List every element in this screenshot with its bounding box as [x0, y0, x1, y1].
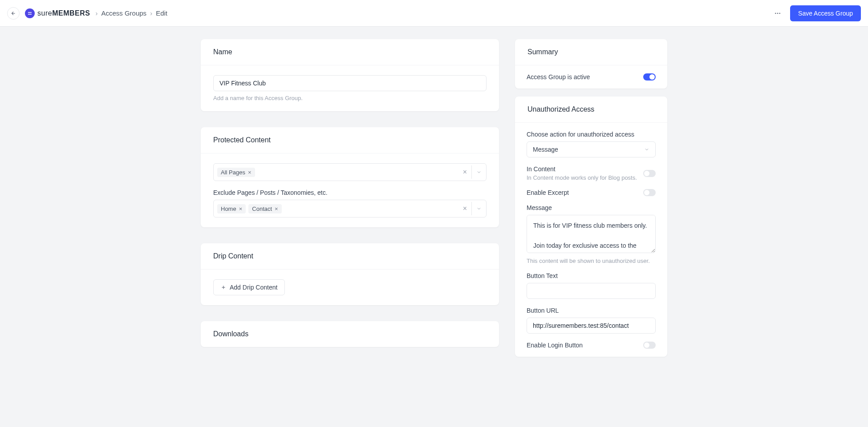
name-input[interactable]	[213, 75, 487, 91]
svg-point-2	[779, 12, 780, 14]
button-text-input[interactable]	[527, 283, 656, 299]
name-helper: Add a name for this Access Group.	[213, 95, 487, 101]
downloads-card: Downloads	[201, 321, 499, 347]
tag: All Pages×	[217, 168, 255, 177]
login-button-label: Enable Login Button	[527, 342, 583, 349]
drip-content-card: Drip Content Add Drip Content	[201, 243, 499, 305]
tag-label: Contact	[252, 205, 272, 212]
breadcrumb-edit: Edit	[156, 9, 167, 17]
login-button-toggle[interactable]	[643, 342, 656, 349]
exclude-content-select[interactable]: Home×Contact× ×	[213, 200, 487, 218]
chevron-right-icon: ›	[150, 9, 152, 17]
breadcrumb-access-groups[interactable]: Access Groups	[101, 9, 146, 17]
message-textarea[interactable]	[527, 215, 656, 253]
protected-content-card: Protected Content All Pages× × Exclude P…	[201, 127, 499, 227]
protected-content-title: Protected Content	[201, 127, 499, 153]
exclude-label: Exclude Pages / Posts / Taxonomies, etc.	[213, 189, 487, 196]
tag-label: Home	[221, 205, 236, 212]
clear-exclude-button[interactable]: ×	[458, 205, 471, 213]
chevron-down-icon	[476, 206, 482, 211]
exclude-dropdown-arrow[interactable]	[471, 202, 486, 215]
arrow-left-icon	[11, 11, 16, 16]
tag: Contact×	[248, 204, 281, 214]
action-label: Choose action for unauthorized access	[527, 131, 656, 138]
message-label: Message	[527, 204, 656, 211]
tag: Home×	[217, 204, 246, 214]
chevron-down-icon	[476, 169, 482, 175]
logo-text: sureMEMBERS	[37, 9, 90, 17]
clear-include-button[interactable]: ×	[458, 168, 471, 176]
drip-content-title: Drip Content	[201, 243, 499, 270]
message-helper: This content will be shown to unauthoriz…	[527, 258, 656, 264]
button-url-label: Button URL	[527, 307, 656, 314]
unauthorized-access-card: Unauthorized Access Choose action for un…	[515, 97, 667, 357]
tag-label: All Pages	[221, 169, 245, 176]
excerpt-label: Enable Excerpt	[527, 189, 569, 196]
in-content-desc: In Content mode works only for Blog post…	[527, 174, 637, 181]
button-url-input[interactable]	[527, 318, 656, 334]
more-menu-button[interactable]	[771, 6, 785, 20]
active-toggle[interactable]	[643, 73, 656, 81]
svg-point-1	[777, 12, 779, 14]
action-select[interactable]: Message	[527, 141, 656, 157]
in-content-toggle[interactable]	[643, 170, 656, 177]
tag-remove-button[interactable]: ×	[248, 169, 251, 176]
in-content-label: In Content	[527, 165, 637, 173]
add-drip-label: Add Drip Content	[230, 284, 277, 291]
add-drip-content-button[interactable]: Add Drip Content	[213, 279, 285, 295]
name-card-title: Name	[201, 39, 499, 65]
summary-card: Summary Access Group is active	[515, 39, 667, 89]
chevron-down-icon	[644, 147, 649, 152]
name-card: Name Add a name for this Access Group.	[201, 39, 499, 111]
back-button[interactable]	[7, 7, 20, 20]
plus-icon	[221, 285, 226, 290]
save-access-group-button[interactable]: Save Access Group	[790, 5, 861, 21]
tag-remove-button[interactable]: ×	[275, 205, 278, 212]
chevron-right-icon: ›	[95, 9, 97, 17]
summary-title: Summary	[515, 39, 667, 65]
excerpt-toggle[interactable]	[643, 189, 656, 196]
breadcrumb: › Access Groups › Edit	[95, 9, 167, 17]
logo-icon	[25, 8, 35, 18]
button-text-label: Button Text	[527, 272, 656, 279]
include-content-select[interactable]: All Pages× ×	[213, 163, 487, 181]
active-label: Access Group is active	[527, 73, 590, 81]
tag-remove-button[interactable]: ×	[239, 205, 243, 212]
unauthorized-title: Unauthorized Access	[515, 97, 667, 123]
action-select-value: Message	[533, 146, 558, 153]
include-dropdown-arrow[interactable]	[471, 165, 486, 179]
svg-point-0	[775, 12, 776, 14]
dots-horizontal-icon	[774, 10, 781, 17]
downloads-title: Downloads	[201, 321, 499, 347]
logo: sureMEMBERS	[25, 8, 90, 18]
